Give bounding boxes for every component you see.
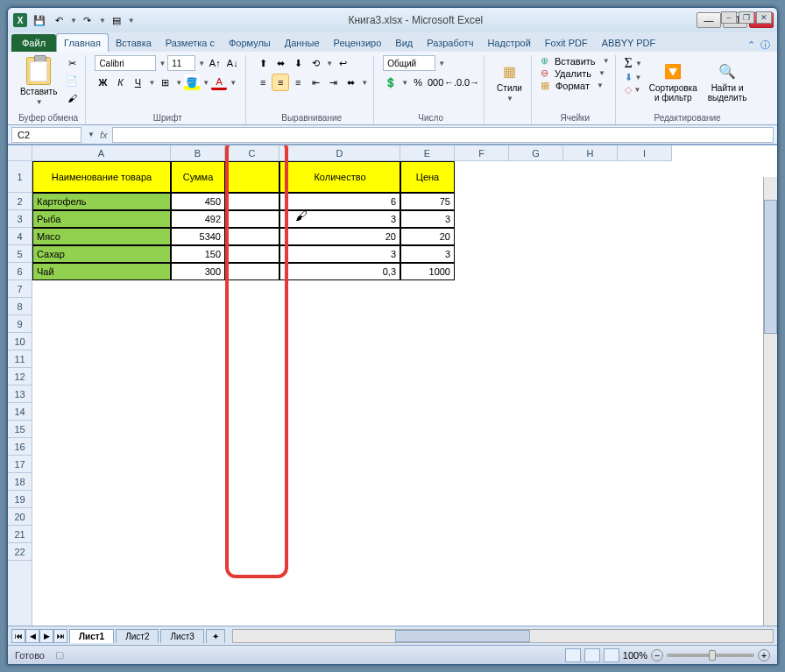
- ribbon-minimize-icon[interactable]: ⌃: [747, 39, 755, 51]
- select-all-corner[interactable]: [8, 145, 32, 161]
- fill-color-icon[interactable]: 🪣: [184, 74, 200, 90]
- border-icon[interactable]: ⊞: [157, 74, 173, 90]
- orientation-icon[interactable]: ⟲: [308, 55, 323, 71]
- shrink-font-icon[interactable]: A↓: [224, 55, 240, 71]
- cell-A3[interactable]: Рыба: [32, 210, 171, 228]
- indent-dec-icon[interactable]: ⇤: [308, 74, 323, 90]
- cell-E4[interactable]: 20: [400, 228, 455, 245]
- comma-icon[interactable]: 000: [428, 74, 443, 90]
- delete-cells-button[interactable]: ⊖ Удалить ▼: [541, 67, 605, 79]
- doc-minimize[interactable]: –: [721, 11, 737, 24]
- formula-bar[interactable]: [112, 127, 774, 143]
- cell-D5[interactable]: 3: [279, 245, 400, 263]
- row-header-15[interactable]: 15: [8, 421, 32, 438]
- cell-B4[interactable]: 5340: [171, 228, 225, 245]
- number-format-combo[interactable]: Общий: [383, 55, 435, 71]
- cell-D2[interactable]: 6: [279, 193, 400, 210]
- row-header-3[interactable]: 3: [8, 210, 32, 228]
- decrease-decimal-icon[interactable]: .0→: [463, 74, 478, 90]
- row-header-10[interactable]: 10: [8, 333, 32, 350]
- paste-options-icon[interactable]: 🖌: [295, 209, 309, 223]
- sheet-tab-1[interactable]: Лист1: [69, 629, 114, 643]
- row-header-14[interactable]: 14: [8, 403, 32, 421]
- grow-font-icon[interactable]: A↑: [207, 55, 223, 71]
- row-header-19[interactable]: 19: [8, 491, 32, 508]
- align-bottom-icon[interactable]: ⬇: [290, 55, 306, 71]
- align-center-icon[interactable]: ≡: [272, 74, 288, 90]
- currency-icon[interactable]: 💲: [383, 74, 399, 90]
- row-header-8[interactable]: 8: [8, 298, 32, 315]
- cell-D1[interactable]: Количество: [279, 161, 400, 193]
- underline-icon[interactable]: Ч: [130, 74, 145, 90]
- col-header-I[interactable]: I: [618, 145, 672, 160]
- font-name-combo[interactable]: Calibri: [95, 55, 156, 71]
- save-icon[interactable]: 💾: [31, 11, 48, 29]
- zoom-out-button[interactable]: −: [651, 649, 663, 661]
- col-header-C[interactable]: C: [225, 145, 279, 160]
- cut-icon[interactable]: ✂: [64, 55, 80, 71]
- doc-close[interactable]: ✕: [756, 11, 772, 24]
- tab-review[interactable]: Рецензиро: [327, 34, 389, 52]
- sheet-nav-last[interactable]: ⏭: [53, 629, 67, 643]
- zoom-slider-thumb[interactable]: [709, 650, 716, 661]
- increase-decimal-icon[interactable]: ←.0: [445, 74, 461, 90]
- col-header-D[interactable]: D: [279, 145, 400, 160]
- insert-cells-button[interactable]: ⊕ Вставить ▼: [541, 55, 610, 67]
- zoom-level[interactable]: 100%: [623, 650, 647, 661]
- tab-abbyy[interactable]: ABBYY PDF: [595, 34, 663, 52]
- excel-icon[interactable]: X: [11, 11, 29, 29]
- undo-icon[interactable]: ↶: [50, 11, 67, 29]
- tab-view[interactable]: Вид: [388, 34, 420, 52]
- cell-E1[interactable]: Цена: [400, 161, 455, 193]
- row-header-4[interactable]: 4: [8, 228, 32, 245]
- row-header-11[interactable]: 11: [8, 350, 32, 368]
- v-scroll-thumb[interactable]: [764, 200, 777, 335]
- cell-A1[interactable]: Наименование товара: [32, 161, 171, 193]
- row-header-21[interactable]: 21: [8, 526, 32, 543]
- cell-C4[interactable]: [225, 228, 279, 245]
- cell-B1[interactable]: Сумма: [171, 161, 225, 193]
- cell-A6[interactable]: Чай: [32, 263, 171, 280]
- cell-A4[interactable]: Мясо: [32, 228, 171, 245]
- horizontal-scrollbar[interactable]: [232, 629, 774, 643]
- merge-icon[interactable]: ⬌: [343, 74, 358, 90]
- tab-addins[interactable]: Надстрой: [480, 34, 537, 52]
- tab-developer[interactable]: Разработч: [420, 34, 480, 52]
- qat-customize[interactable]: ▼: [128, 17, 135, 25]
- clear-button[interactable]: ◇▼: [625, 84, 642, 95]
- row-header-22[interactable]: 22: [8, 543, 32, 561]
- cell-C1[interactable]: [225, 161, 279, 193]
- indent-inc-icon[interactable]: ⇥: [325, 74, 341, 90]
- tab-data[interactable]: Данные: [278, 34, 327, 52]
- sort-filter-button[interactable]: 🔽 Сортировка и фильтр: [646, 55, 701, 108]
- sheet-tab-3[interactable]: Лист3: [160, 629, 203, 643]
- cell-E2[interactable]: 75: [400, 193, 455, 210]
- h-scroll-thumb[interactable]: [395, 630, 530, 642]
- namebox-dropdown[interactable]: ▼: [88, 131, 95, 138]
- bold-icon[interactable]: Ж: [95, 74, 110, 90]
- name-box[interactable]: C2: [11, 127, 81, 143]
- cell-D6[interactable]: 0,3: [279, 263, 400, 280]
- macro-record-icon[interactable]: ▢: [55, 649, 64, 661]
- cell-B3[interactable]: 492: [171, 210, 225, 228]
- cell-D4[interactable]: 20: [279, 228, 400, 245]
- sheet-nav-first[interactable]: ⏮: [11, 629, 25, 643]
- tab-formulas[interactable]: Формулы: [222, 34, 278, 52]
- font-color-icon[interactable]: A: [211, 74, 227, 90]
- view-layout-icon[interactable]: [584, 648, 600, 662]
- fill-button[interactable]: ⬇▼: [625, 72, 642, 83]
- row-header-2[interactable]: 2: [8, 193, 32, 210]
- align-left-icon[interactable]: ≡: [255, 74, 271, 90]
- doc-restore[interactable]: ❐: [739, 11, 754, 24]
- vertical-scrollbar[interactable]: [763, 177, 777, 626]
- col-header-B[interactable]: B: [171, 145, 225, 160]
- fx-icon[interactable]: fx: [100, 130, 108, 140]
- wrap-text-icon[interactable]: ↩: [335, 55, 350, 71]
- cells-area[interactable]: Наименование товараСуммаКоличествоЦенаКа…: [32, 161, 777, 626]
- help-icon[interactable]: ⓘ: [760, 39, 770, 52]
- zoom-in-button[interactable]: +: [758, 649, 770, 661]
- italic-icon[interactable]: К: [112, 74, 128, 90]
- cell-C3[interactable]: [225, 210, 279, 228]
- font-size-combo[interactable]: 11: [167, 55, 195, 71]
- row-header-9[interactable]: 9: [8, 315, 32, 333]
